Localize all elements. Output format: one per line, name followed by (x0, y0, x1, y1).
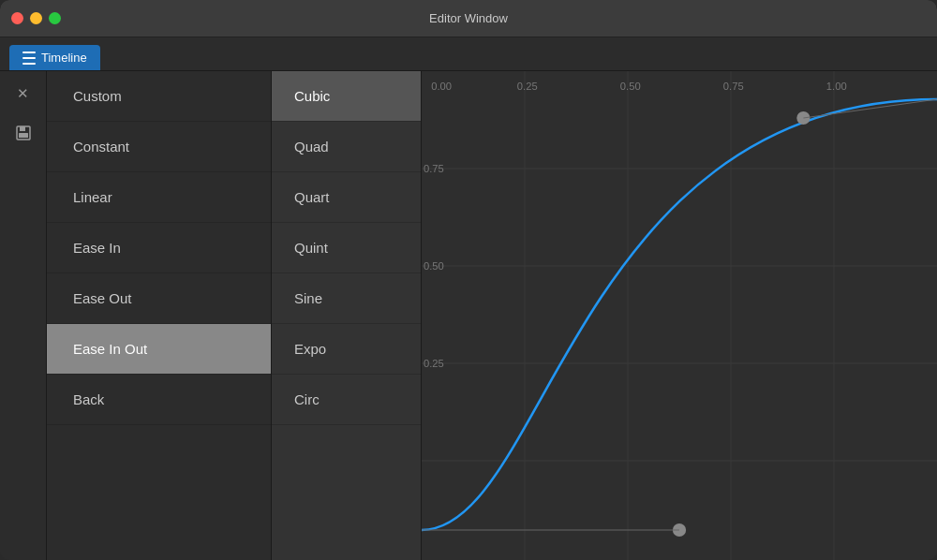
x-icon[interactable]: ✕ (10, 81, 37, 107)
window-buttons (11, 12, 61, 24)
sub-list-item-quart[interactable]: Quart (272, 172, 421, 223)
list-item-ease-in[interactable]: Ease In (47, 223, 271, 273)
list-item-ease-out[interactable]: Ease Out (47, 273, 271, 324)
svg-text:0.25: 0.25 (424, 358, 444, 369)
sub-list-item-quad[interactable]: Quad (272, 122, 421, 172)
svg-text:0.50: 0.50 (424, 260, 444, 272)
svg-text:0.75: 0.75 (424, 163, 444, 174)
timeline-icon (22, 52, 36, 65)
list-item-custom[interactable]: Custom (47, 71, 271, 122)
tab-timeline-label: Timeline (41, 51, 87, 65)
curve-svg: 0.00 0.25 0.50 0.75 1.00 0.75 0.50 0.25 (422, 71, 937, 560)
close-button[interactable] (11, 12, 23, 24)
list-item-linear[interactable]: Linear (47, 172, 271, 223)
main-content: ✕ CustomConstantLinearEase InEase OutEas… (0, 71, 937, 560)
svg-text:0.50: 0.50 (620, 81, 641, 92)
window-title: Editor Window (429, 11, 508, 25)
list-item-constant[interactable]: Constant (47, 122, 271, 172)
list-panel: CustomConstantLinearEase InEase OutEase … (47, 71, 272, 560)
tab-timeline[interactable]: Timeline (9, 45, 100, 70)
minimize-button[interactable] (30, 12, 42, 24)
title-bar: Editor Window (0, 0, 937, 37)
sub-list-item-cubic[interactable]: Cubic (272, 71, 421, 122)
sub-list-item-circ[interactable]: Circ (272, 375, 421, 425)
sub-list-panel: CubicQuadQuartQuintSineExpoCirc (272, 71, 422, 560)
list-item-ease-in-out[interactable]: Ease In Out (47, 324, 271, 375)
svg-line-14 (803, 99, 937, 118)
save-icon[interactable] (10, 120, 37, 146)
svg-rect-2 (19, 133, 28, 138)
sub-list-item-quint[interactable]: Quint (272, 223, 421, 273)
curve-area: 0.00 0.25 0.50 0.75 1.00 0.75 0.50 0.25 (422, 71, 937, 560)
svg-text:1.00: 1.00 (826, 81, 847, 92)
sub-list-item-sine[interactable]: Sine (272, 273, 421, 324)
svg-text:0.25: 0.25 (517, 81, 538, 92)
sub-list-item-expo[interactable]: Expo (272, 324, 421, 375)
list-item-back[interactable]: Back (47, 375, 271, 425)
svg-text:0.00: 0.00 (431, 81, 452, 92)
maximize-button[interactable] (49, 12, 61, 24)
svg-text:0.75: 0.75 (723, 81, 744, 92)
sidebar-icons: ✕ (0, 71, 47, 560)
svg-rect-1 (20, 126, 25, 131)
tab-bar: Timeline (0, 37, 937, 71)
